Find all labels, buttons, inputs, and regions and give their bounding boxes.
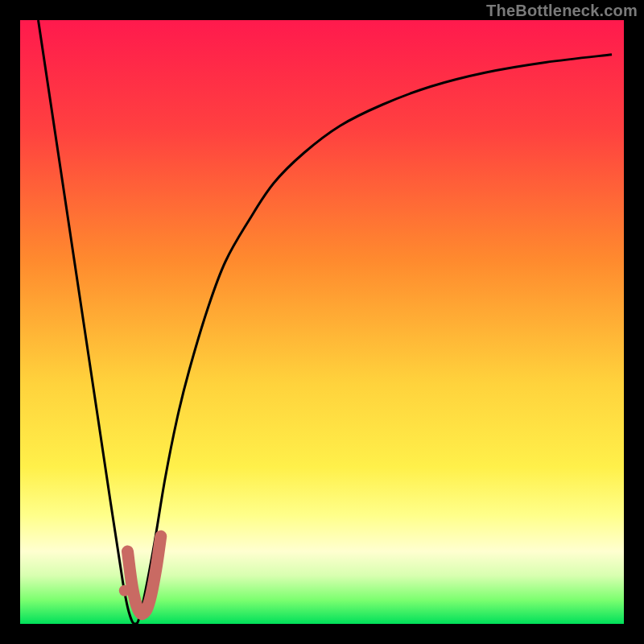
- chart-frame: TheBottleneck.com: [0, 0, 644, 644]
- watermark-text: TheBottleneck.com: [486, 2, 638, 20]
- sweet-spot-marker: [119, 585, 130, 597]
- gradient-background: [20, 20, 624, 624]
- plot-area: [20, 20, 624, 624]
- plot-svg: [20, 20, 624, 624]
